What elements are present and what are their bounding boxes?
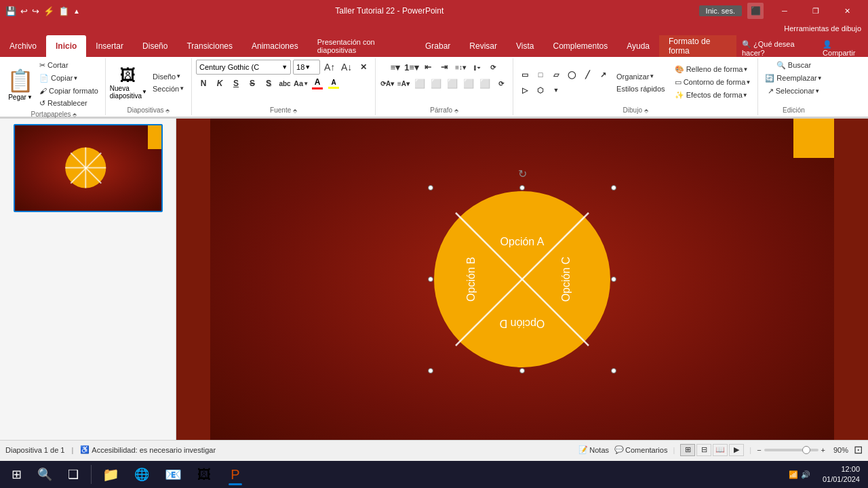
grow-font-button[interactable]: A↑ <box>322 60 337 75</box>
buscar-button[interactable]: 🔍 Buscar <box>774 60 814 71</box>
window-controls[interactable]: ─ ❐ ✕ <box>769 0 863 22</box>
col-button[interactable]: ⫿▾ <box>469 60 484 75</box>
tab-insertar[interactable]: Insertar <box>86 35 133 57</box>
align-right-button[interactable]: ⬜ <box>445 76 460 91</box>
case-button[interactable]: Aa ▼ <box>294 76 309 91</box>
tab-transiciones[interactable]: Transiciones <box>177 35 242 57</box>
columns-button[interactable]: ⬜ <box>477 76 492 91</box>
align-center-button[interactable]: ⬜ <box>429 76 443 91</box>
smartart-button[interactable]: ⟳ <box>486 60 500 75</box>
zoom-level[interactable]: 90% <box>828 446 848 454</box>
list-numbers-button[interactable]: 1≡▾ <box>404 60 419 75</box>
share-icon[interactable]: 📋 <box>58 6 69 16</box>
spacing-button[interactable]: abc <box>277 76 292 91</box>
shape-expand[interactable]: ▼ <box>549 83 564 98</box>
indent-dec-button[interactable]: ⇤ <box>420 60 435 75</box>
shape-3[interactable]: ▱ <box>549 67 564 82</box>
organizar-button[interactable]: Organizar ▼ <box>614 71 668 82</box>
nueva-diapositiva-button[interactable]: 🖼 Nuevadiapositiva ▼ <box>110 66 147 100</box>
powerpoint-app[interactable]: P <box>220 462 250 487</box>
shape-7[interactable]: ▷ <box>517 83 532 98</box>
titlebar-left-icons[interactable]: 💾 ↩ ↪ ⚡ 📋 ▲ <box>5 6 80 16</box>
shape-1[interactable]: ▭ <box>517 67 532 82</box>
underline-button[interactable]: S <box>229 76 243 91</box>
cortar-button[interactable]: ✂ Cortar <box>37 60 101 71</box>
font-color-button[interactable]: A <box>310 76 325 91</box>
slide-thumbnail[interactable] <box>14 124 163 212</box>
pie-chart-svg[interactable]: Opción A Opción B Opción C Opción D <box>431 188 614 371</box>
tab-presentacion[interactable]: Presentación con diapositivas <box>308 35 416 57</box>
edge-app[interactable]: 🌐 <box>127 462 157 487</box>
maximize-button[interactable]: ❐ <box>800 0 831 22</box>
tab-vista[interactable]: Vista <box>507 35 543 57</box>
slide-sorter-button[interactable]: ⊟ <box>696 444 711 456</box>
normal-view-button[interactable]: ⊞ <box>680 444 695 456</box>
redo-icon[interactable]: ↪ <box>32 6 39 16</box>
shrink-font-button[interactable]: A↓ <box>339 60 354 75</box>
tab-complementos[interactable]: Complementos <box>543 35 617 57</box>
shape-6[interactable]: ↗ <box>595 67 610 82</box>
canvas-area[interactable]: ↻ <box>176 119 868 440</box>
rotate-handle[interactable]: ↻ <box>518 167 527 180</box>
zoom-in-button[interactable]: + <box>821 446 825 454</box>
contorno-forma-button[interactable]: ▭ Contorno de forma ▼ <box>672 77 754 88</box>
undo-icon[interactable]: ↩ <box>20 6 28 16</box>
tab-diseno[interactable]: Diseño <box>133 35 177 57</box>
handle-tl[interactable] <box>428 185 433 190</box>
handle-tr[interactable] <box>611 185 616 190</box>
align-text-button[interactable]: ≡A▾ <box>396 76 411 91</box>
clock-area[interactable]: 12:00 01/01/2024 <box>817 464 865 485</box>
font-size-selector[interactable]: 18 ▼ <box>293 60 320 75</box>
tab-formato-forma[interactable]: Formato de forma <box>659 35 736 57</box>
handle-bm[interactable] <box>519 368 525 373</box>
diseno-button[interactable]: Diseño ▼ <box>150 71 187 82</box>
relleno-forma-button[interactable]: 🎨 Relleno de forma ▼ <box>672 64 754 75</box>
fit-to-window-button[interactable]: ⊡ <box>854 443 863 456</box>
share-button[interactable]: 👤 Compartir <box>817 40 868 57</box>
close-button[interactable]: ✕ <box>831 0 863 22</box>
tab-revisar[interactable]: Revisar <box>460 35 507 57</box>
copiar-formato-button[interactable]: 🖌 Copiar formato <box>37 85 101 96</box>
reemplazar-button[interactable]: 🔄 Reemplazar ▼ <box>762 73 825 84</box>
restore-down-button[interactable]: ⬛ <box>747 3 764 19</box>
start-button[interactable]: ⊞ <box>3 462 30 487</box>
line-spacing-button[interactable]: ≡↕▾ <box>453 60 468 75</box>
tab-grabar[interactable]: Grabar <box>416 35 460 57</box>
task-view-button[interactable]: ❑ <box>60 462 87 487</box>
highlight-color-button[interactable]: A <box>326 76 341 91</box>
clear-format-button[interactable]: ✕ <box>356 60 371 75</box>
zoom-out-button[interactable]: − <box>757 446 761 454</box>
handle-ml[interactable] <box>428 277 433 282</box>
reading-view-button[interactable]: 📖 <box>713 444 728 456</box>
file-explorer-app[interactable]: 📁 <box>96 462 125 487</box>
photos-app[interactable]: 🖼 <box>189 462 219 487</box>
convert-smartart-button[interactable]: ⟳ <box>494 76 509 91</box>
slideshow-button[interactable]: ▶ <box>729 444 744 456</box>
tab-inicio[interactable]: Inicio <box>46 35 86 57</box>
seleccionar-button[interactable]: ↗ Seleccionar ▼ <box>765 85 823 97</box>
indent-inc-button[interactable]: ⇥ <box>437 60 452 75</box>
justify-button[interactable]: ⬜ <box>461 76 476 91</box>
handle-mr[interactable] <box>611 277 616 282</box>
shape-8[interactable]: ⬡ <box>533 83 548 98</box>
zoom-slider[interactable] <box>764 449 818 451</box>
customize-icon[interactable]: ⚡ <box>43 6 54 16</box>
shape-5[interactable]: ╱ <box>580 67 595 82</box>
account-button[interactable]: Inic. ses. <box>699 5 742 16</box>
tab-ayuda[interactable]: Ayuda <box>617 35 659 57</box>
seccion-button[interactable]: Sección ▼ <box>150 83 187 94</box>
mail-app[interactable]: 📧 <box>158 462 188 487</box>
copiar-button[interactable]: 📄 Copiar ▼ <box>37 73 101 84</box>
text-direction-button[interactable]: ⟳A▾ <box>380 76 395 91</box>
tab-archivo[interactable]: Archivo <box>0 35 46 57</box>
shadow-button[interactable]: S <box>261 76 276 91</box>
save-icon[interactable]: 💾 <box>5 6 16 16</box>
shape-4[interactable]: ◯ <box>564 67 579 82</box>
italic-button[interactable]: K <box>212 76 227 91</box>
minimize-button[interactable]: ─ <box>769 0 800 22</box>
help-search[interactable]: 🔍 ¿Qué desea hacer? <box>736 40 817 57</box>
restablecer-button[interactable]: ↺ Restablecer <box>37 98 101 109</box>
handle-tm[interactable] <box>519 185 525 190</box>
accessibility-status[interactable]: ♿ Accesibilidad: es necesario investigar <box>80 445 216 454</box>
up-icon[interactable]: ▲ <box>73 7 80 15</box>
